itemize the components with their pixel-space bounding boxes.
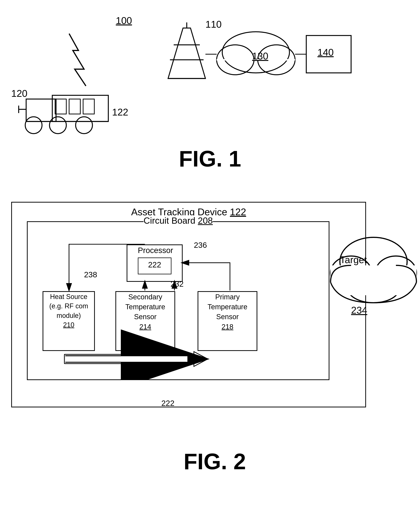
svg-rect-14 [52, 95, 108, 122]
svg-rect-32 [331, 265, 416, 295]
label-140: 140 [317, 47, 334, 58]
svg-point-19 [50, 117, 66, 134]
fig1-caption: FIG. 1 [179, 146, 241, 172]
outer-box: Asset Tracking Device 122 Circuit Board … [11, 202, 366, 407]
heat-source-label: Heat Source(e.g. RF commodule)210 [44, 292, 93, 330]
target-label: Target [340, 254, 367, 265]
target-num: 234 [351, 305, 367, 316]
label-130: 130 [252, 51, 268, 62]
label-236: 236 [194, 241, 207, 250]
fig1-area: 100 110 120 122 130 140 FIG. 1 [0, 8, 420, 176]
label-120: 120 [11, 88, 27, 99]
label-100: 100 [116, 15, 132, 26]
label-222-bottom: 222 [161, 399, 174, 408]
label-238: 238 [84, 270, 97, 279]
inner-box: Circuit Board 208 Processor 220 222 Heat… [27, 221, 329, 380]
svg-rect-26 [64, 354, 194, 364]
svg-point-18 [25, 117, 42, 134]
label-110: 110 [206, 19, 222, 30]
svg-rect-13 [26, 99, 56, 122]
primary-temp-sensor-label: PrimaryTemperatureSensor218 [199, 292, 256, 332]
cloud-234-svg [329, 228, 418, 322]
fig2-area: Asset Tracking Device 122 Circuit Board … [11, 191, 418, 480]
svg-marker-0 [168, 28, 206, 79]
label-122: 122 [112, 106, 128, 118]
svg-marker-27 [194, 351, 208, 366]
svg-rect-16 [69, 99, 80, 114]
svg-point-20 [76, 117, 93, 134]
svg-point-6 [217, 45, 254, 75]
proc-inner-label: 222 [148, 260, 161, 269]
fig2-caption: FIG. 2 [184, 448, 246, 474]
svg-rect-17 [83, 99, 94, 114]
label-232: 232 [171, 279, 184, 288]
svg-rect-15 [55, 99, 66, 114]
inner-box-label: Circuit Board 208 [144, 216, 213, 226]
secondary-temp-sensor-label: SecondaryTemperatureSensor214 [117, 292, 174, 332]
